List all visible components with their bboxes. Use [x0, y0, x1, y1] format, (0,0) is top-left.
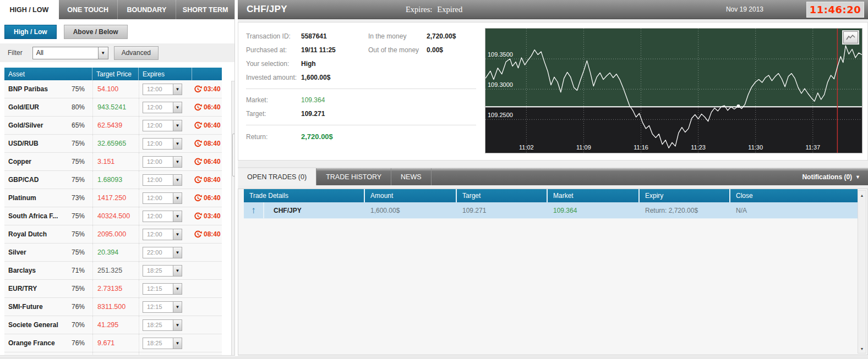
countdown-clock-icon	[194, 85, 202, 93]
asset-row-gbp-cad[interactable]: GBP/CAD75%1.6809312:00▼08:40	[4, 171, 222, 189]
asset-list-scrollbar[interactable]: ▲ ≡ ▼	[231, 81, 235, 356]
asset-name: EUR/TRY	[8, 285, 37, 292]
asset-rows: BNP Paribas75%54.10012:00▼03:40Gold/EUR8…	[4, 80, 222, 356]
dropdown-arrow-icon[interactable]: ▼	[173, 157, 182, 167]
scroll-up-icon[interactable]: ▲	[232, 81, 235, 90]
payout-percent: 75%	[72, 176, 85, 184]
dropdown-arrow-icon[interactable]: ▼	[173, 320, 182, 330]
target-value: 109.271	[301, 110, 476, 118]
dropdown-arrow-icon[interactable]: ▼	[173, 84, 182, 95]
bottom-tabs: OPEN TRADES (0)TRADE HISTORYNEWS	[238, 168, 432, 185]
expiry-dropdown[interactable]: 12:00▼	[143, 120, 182, 131]
tab-high-low[interactable]: HIGH / LOW	[0, 0, 59, 19]
dropdown-arrow-icon[interactable]: ▼	[173, 139, 182, 149]
asset-row-orange-france[interactable]: Orange France76%9.67118:25▼	[4, 334, 222, 352]
asset-name: Copper	[8, 158, 31, 165]
y-axis-label: 109.2500	[488, 112, 513, 118]
asset-row-south-africa-f[interactable]: South Africa F...75%40324.50012:00▼03:40	[4, 207, 222, 225]
payout-percent: 75%	[72, 248, 85, 256]
tab-news[interactable]: NEWS	[391, 168, 432, 185]
expiry-dropdown[interactable]: 18:25▼	[143, 338, 182, 349]
advanced-button[interactable]: Advanced	[114, 46, 159, 60]
expiry-dropdown[interactable]: 22:00▼	[143, 247, 182, 258]
open-trades-table: Trade DetailsAmountTargetMarketExpiryClo…	[238, 189, 868, 355]
asset-row-barclays[interactable]: Barclays71%251.32518:25▼	[4, 262, 222, 280]
option-mode-buttons: High / LowAbove / Below	[0, 19, 234, 43]
target-price: 9.671	[92, 334, 139, 352]
asset-row-platinum[interactable]: Platinum73%1417.25012:00▼06:40	[4, 189, 222, 207]
dropdown-arrow-icon[interactable]: ▼	[173, 302, 182, 312]
expiry-dropdown[interactable]: 12:00▼	[143, 156, 182, 168]
expiry-dropdown[interactable]: 12:00▼	[143, 192, 182, 204]
countdown-time: 06:40	[204, 121, 221, 129]
expiry-dropdown[interactable]: ▼	[143, 356, 182, 356]
dropdown-arrow-icon[interactable]: ▼	[173, 120, 182, 131]
tab-trade-history[interactable]: TRADE HISTORY	[316, 168, 391, 185]
open-trades-scrollbar[interactable]: ▲ ▼	[858, 190, 866, 354]
dropdown-arrow-icon[interactable]: ▼	[173, 266, 182, 276]
asset-row-gold-eur[interactable]: Gold/EUR80%943.524112:00▼06:40	[4, 98, 222, 117]
dropdown-arrow-icon[interactable]: ▼	[173, 193, 182, 203]
payout-percent: 76%	[72, 303, 85, 311]
dropdown-arrow-icon[interactable]: ▼	[173, 229, 182, 240]
tab-short-term[interactable]: SHORT TERM	[176, 0, 234, 19]
chart-type-button[interactable]	[843, 31, 858, 43]
asset-row-silver[interactable]: Silver75%20.39422:00▼	[4, 244, 222, 262]
transaction-id-label: Transaction ID:	[246, 32, 301, 40]
payout-percent: 75%	[72, 140, 85, 147]
dropdown-arrow-icon[interactable]: ▼	[173, 284, 182, 294]
notifications-toggle[interactable]: Notifications (0) ▼	[802, 168, 868, 185]
asset-row-smi-future[interactable]: SMI-Future76%8311.50012:15▼	[4, 298, 222, 316]
expiry-dropdown[interactable]: 12:00▼	[143, 229, 182, 240]
tab-boundary[interactable]: BOUNDARY	[118, 0, 177, 19]
asset-row-usd-rub[interactable]: USD/RUB75%32.6596512:00▼08:40	[4, 135, 222, 153]
filter-row: Filter All ▼ Advanced	[0, 43, 234, 62]
expiry-dropdown-value: 12:00	[143, 229, 173, 240]
tab-open-trades-0[interactable]: OPEN TRADES (0)	[238, 168, 316, 185]
scroll-down-icon[interactable]: ▼	[858, 344, 866, 353]
button-high-low[interactable]: High / Low	[4, 25, 57, 39]
tab-one-touch[interactable]: ONE TOUCH	[59, 0, 118, 19]
divider	[246, 125, 476, 125]
asset-row-royal-dutch[interactable]: Royal Dutch75%2095.00012:00▼08:40	[4, 225, 222, 244]
countdown-time: 06:40	[204, 103, 221, 111]
asset-row-bnp-paribas[interactable]: BNP Paribas75%54.10012:00▼03:40	[4, 80, 222, 98]
scroll-down-icon[interactable]: ▼	[232, 347, 235, 356]
dropdown-arrow-icon[interactable]: ▼	[173, 175, 182, 185]
target-price: 943.5241	[92, 98, 139, 116]
dropdown-arrow-icon[interactable]: ▼	[173, 338, 182, 349]
dropdown-arrow-icon[interactable]: ▼	[173, 247, 182, 258]
out-money-label: Out of the money	[368, 46, 427, 54]
expiry-dropdown[interactable]: 12:15▼	[143, 283, 182, 295]
target-price: 62.5439	[92, 117, 139, 134]
expiry-dropdown[interactable]: 12:00▼	[143, 102, 182, 113]
asset-row-eur-try[interactable]: EUR/TRY75%2.7313512:15▼	[4, 280, 222, 298]
dropdown-arrow-icon[interactable]: ▼	[173, 211, 182, 222]
filter-select[interactable]: All ▼	[32, 47, 108, 59]
payout-percent: 71%	[72, 267, 85, 274]
expiry-dropdown[interactable]: 12:00▼	[143, 174, 182, 186]
in-money-label: In the money	[368, 32, 427, 40]
expiry-dropdown[interactable]: 12:00▼	[143, 211, 182, 222]
expiry-dropdown[interactable]: 12:00▼	[143, 84, 182, 95]
scroll-up-icon[interactable]: ▲	[858, 191, 866, 200]
countdown-time: 03:40	[204, 212, 221, 220]
dropdown-arrow-icon[interactable]: ▼	[173, 102, 182, 113]
invested-value: 1,600.00$	[301, 74, 476, 81]
asset-row-gold-silver[interactable]: Gold/Silver65%62.543912:00▼06:40	[4, 117, 222, 135]
asset-row-copper[interactable]: Copper75%3.15112:00▼06:40	[4, 153, 222, 171]
trade-row-chf-jpy[interactable]: ↑CHF/JPY1,600.00$109.271109.364Return: 2…	[244, 202, 858, 219]
payout-percent: 70%	[72, 321, 85, 329]
return-value: 2,720.00$	[301, 132, 476, 141]
asset-row[interactable]: ▼	[4, 352, 222, 356]
expiry-dropdown[interactable]: 18:25▼	[143, 319, 182, 331]
dropdown-arrow-icon[interactable]: ▼	[98, 47, 108, 59]
asset-name: BNP Paribas	[8, 85, 48, 93]
expiry-dropdown[interactable]: 12:00▼	[143, 138, 182, 150]
expiry-dropdown[interactable]: 18:25▼	[143, 265, 182, 277]
expiry-dropdown-value: 18:25	[143, 320, 173, 330]
button-above-below[interactable]: Above / Below	[64, 25, 128, 39]
scrollbar-thumb[interactable]: ≡	[232, 134, 235, 176]
asset-row-societe-general[interactable]: Societe General70%41.29518:25▼	[4, 316, 222, 334]
expiry-dropdown[interactable]: 12:15▼	[143, 301, 182, 313]
